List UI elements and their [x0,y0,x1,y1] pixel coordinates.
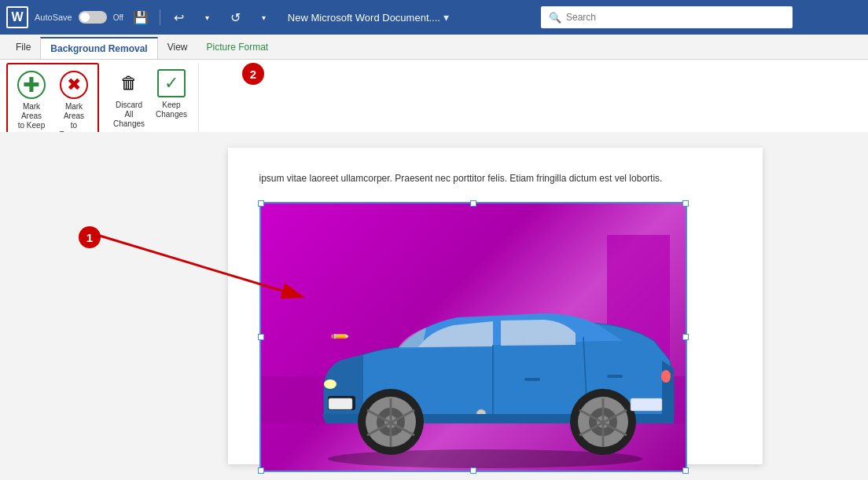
main-area: 1 ipsum vitae laoreet ullamcorper. Praes… [0,132,868,480]
selection-handle-bl[interactable] [258,467,264,474]
document-title: New Microsoft Word Document.... ▾ [281,11,535,24]
ribbon-content: 2 ✚ Mark Areas to Keep ✖ Mark Areas to R… [0,60,868,132]
autosave-label: AutoSave [35,13,72,22]
save-button[interactable]: 💾 [130,6,152,28]
word-logo: W [6,6,28,28]
document-page: ipsum vitae laoreet ullamcorper. Praesen… [228,148,763,464]
mark-keep-label: Mark Areas to Keep [14,102,49,130]
selection-handle-tm[interactable] [470,200,476,207]
document-text: ipsum vitae laoreet ullamcorper. Praesen… [259,171,731,186]
selection-handle-tr[interactable] [682,200,689,207]
svg-rect-10 [524,378,540,381]
svg-rect-11 [607,375,623,378]
customize-button[interactable]: ▾ [253,6,275,28]
svg-rect-26 [631,398,662,411]
redo-button[interactable]: ↺ [225,6,247,28]
keep-changes-label: Keep Changes [156,101,187,119]
titlebar: W AutoSave Off 💾 ↩ ▾ ↺ ▾ New Microsoft W… [0,0,868,35]
tab-view[interactable]: View [158,37,197,57]
autosave-state: Off [113,13,123,22]
keep-changes-button[interactable]: ✓ Keep Changes [151,66,192,132]
selection-handle-bm[interactable] [470,467,476,474]
undo-dropdown[interactable]: ▾ [197,6,219,28]
toggle-knob [80,13,90,22]
document-area: ipsum vitae laoreet ullamcorper. Praesen… [122,132,868,480]
selection-handle-lm[interactable] [258,334,264,340]
svg-point-7 [661,370,671,383]
undo-button[interactable]: ↩ [168,6,190,28]
selection-handle-br[interactable] [682,467,689,474]
divider [160,9,160,25]
tab-background-removal[interactable]: Background Removal [40,37,157,59]
image-container[interactable]: ✏️ [259,202,687,472]
mark-keep-icon: ✚ [17,71,46,99]
discard-label: Discard All Changes [112,101,146,129]
tab-picture-format[interactable]: Picture Format [197,37,278,57]
discard-all-button[interactable]: 🗑 Discard All Changes [108,66,149,132]
discard-icon: 🗑 [115,69,143,97]
search-input[interactable] [566,12,785,23]
car-svg [261,203,686,471]
car-image: ✏️ [261,203,686,471]
autosave-toggle[interactable] [79,11,107,24]
selection-handle-tl[interactable] [258,200,264,207]
sidebar: 1 [0,132,122,480]
selection-handle-rm[interactable] [682,334,689,340]
mark-remove-icon: ✖ [60,71,88,99]
keep-changes-icon: ✓ [157,69,186,97]
ribbon-tabs: File Background Removal View Picture For… [0,35,868,60]
badge-2: 2 [242,63,264,85]
search-icon: 🔍 [549,12,561,24]
svg-point-4 [324,379,337,389]
badge-1: 1 [79,226,101,248]
search-bar[interactable]: 🔍 [541,6,793,28]
tab-file[interactable]: File [6,37,40,57]
svg-rect-6 [329,398,352,409]
